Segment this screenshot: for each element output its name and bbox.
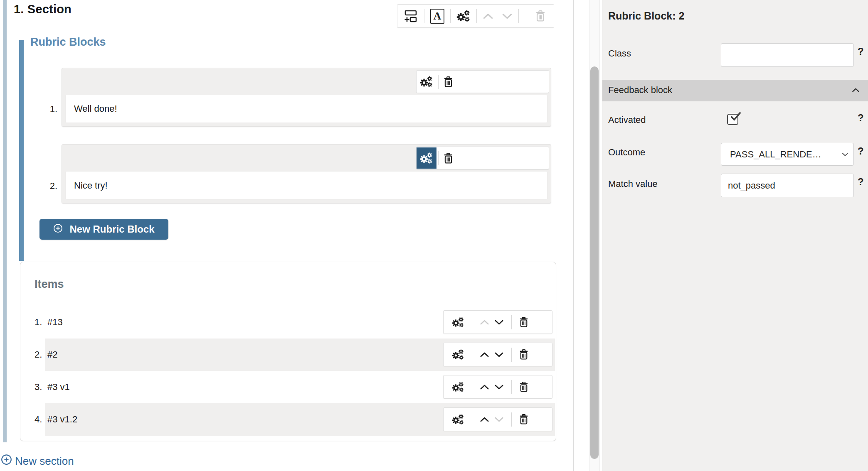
new-rubric-block-label: New Rubric Block <box>69 223 154 235</box>
item-label: #13 <box>47 317 63 328</box>
class-input[interactable] <box>721 43 854 67</box>
section-delete-button[interactable] <box>535 10 545 22</box>
item-settings-button[interactable] <box>452 414 464 425</box>
item-move-down-button[interactable] <box>494 384 504 390</box>
item-move-down-button[interactable] <box>494 352 504 358</box>
rubric-block-settings-button[interactable] <box>417 147 436 169</box>
toolbar-divider <box>511 380 512 394</box>
item-move-down-button[interactable] <box>494 319 504 325</box>
add-block-button[interactable] <box>403 10 418 22</box>
feedback-block-header[interactable]: Feedback block <box>602 80 868 101</box>
item-row[interactable]: 2. #2 <box>20 339 556 371</box>
section-move-down-button[interactable] <box>502 13 513 20</box>
item-label: #3 v1.2 <box>47 414 77 425</box>
rubric-block-number: 1. <box>42 104 57 115</box>
item-label: #2 <box>47 349 57 360</box>
toolbar-divider <box>450 9 451 23</box>
properties-panel: Rubric Block: 2 Class ? Feedback block A… <box>602 0 868 471</box>
rubric-block-text: Nice try! <box>74 180 108 191</box>
item-settings-button[interactable] <box>452 349 464 360</box>
feedback-block-label: Feedback block <box>608 85 672 96</box>
outcome-select[interactable]: PASS_ALL_RENDE… <box>721 143 854 166</box>
chevron-down-icon <box>494 352 504 358</box>
section-title: 1. Section <box>14 2 72 16</box>
item-move-down-button[interactable] <box>494 417 504 422</box>
gears-icon <box>456 10 471 22</box>
gears-icon <box>452 349 464 360</box>
chevron-up-icon <box>480 384 489 390</box>
item-delete-button[interactable] <box>519 382 528 392</box>
item-number: 2. <box>35 349 42 360</box>
item-settings-button[interactable] <box>452 317 464 328</box>
class-help[interactable]: ? <box>858 46 864 57</box>
section-move-up-button[interactable] <box>483 13 493 20</box>
item-move-up-button[interactable] <box>480 319 489 325</box>
rubric-block-toolbar <box>416 147 549 169</box>
item-number: 4. <box>35 414 42 425</box>
outcome-help[interactable]: ? <box>858 145 864 157</box>
item-row[interactable]: 3. #3 v1 <box>20 371 556 403</box>
text-block-button[interactable]: A <box>430 9 444 24</box>
chevron-down-icon <box>494 417 504 422</box>
rubric-block-text: Well done! <box>74 103 117 114</box>
item-move-up-button[interactable] <box>480 352 489 358</box>
item-number: 1. <box>35 317 42 328</box>
item-delete-button[interactable] <box>519 349 528 360</box>
trash-icon <box>444 153 453 164</box>
items-panel: Items 1. #13 2. #2 <box>20 262 556 441</box>
toolbar-divider <box>511 412 512 427</box>
item-row[interactable]: 4. #3 v1.2 <box>20 403 556 436</box>
trash-icon <box>444 76 453 87</box>
trash-icon <box>519 349 528 360</box>
new-section-button[interactable]: New section <box>1 454 74 468</box>
toolbar-divider <box>518 9 519 23</box>
item-toolbar <box>443 407 552 431</box>
rubric-block-content[interactable]: Well done! <box>65 95 547 123</box>
item-settings-button[interactable] <box>452 382 464 392</box>
item-delete-button[interactable] <box>519 317 528 327</box>
rubric-block-delete-button[interactable] <box>444 153 453 164</box>
match-value-help[interactable]: ? <box>858 176 864 188</box>
chevron-up-icon <box>483 13 493 20</box>
new-rubric-block-button[interactable]: New Rubric Block <box>39 219 168 240</box>
trash-icon <box>519 414 528 424</box>
items-heading: Items <box>35 278 64 291</box>
rubric-block-settings-button[interactable] <box>417 71 436 92</box>
checkmark-icon <box>729 112 741 124</box>
toolbar-divider <box>424 9 424 23</box>
trash-icon <box>535 10 545 22</box>
rubric-block: Well done! <box>62 68 551 127</box>
text-block-icon: A <box>430 9 444 24</box>
item-label: #3 v1 <box>47 382 70 392</box>
toolbar-divider <box>476 9 477 23</box>
activated-checkbox[interactable] <box>727 114 738 125</box>
match-value-input[interactable] <box>721 174 854 197</box>
chevron-down-icon <box>502 13 513 20</box>
toolbar-divider <box>472 412 472 427</box>
class-label: Class <box>608 48 631 59</box>
vertical-scrollbar-thumb[interactable] <box>590 66 599 459</box>
add-block-icon <box>403 10 418 22</box>
toolbar-divider <box>511 315 512 329</box>
item-row[interactable]: 1. #13 <box>20 306 556 339</box>
collapse-chevron-up-icon <box>852 87 860 94</box>
rubric-block-content[interactable]: Nice try! <box>65 171 547 200</box>
item-delete-button[interactable] <box>519 414 528 424</box>
trash-icon <box>519 317 528 327</box>
item-move-up-button[interactable] <box>480 384 489 390</box>
content-divider <box>573 0 574 471</box>
rubric-block-delete-button[interactable] <box>444 76 453 87</box>
plus-circle-icon <box>53 223 63 236</box>
section-settings-button[interactable] <box>456 10 471 22</box>
item-move-up-button[interactable] <box>480 417 489 422</box>
new-section-label: New section <box>15 455 74 468</box>
toolbar-divider <box>472 315 472 329</box>
chevron-down-icon <box>494 384 504 390</box>
item-toolbar <box>443 375 552 399</box>
rubric-block-toolbar <box>416 70 549 93</box>
toolbar-divider <box>438 151 439 165</box>
activated-help[interactable]: ? <box>858 112 864 124</box>
select-chevron-down-icon <box>842 151 848 158</box>
properties-panel-title: Rubric Block: 2 <box>608 10 684 22</box>
outcome-label: Outcome <box>608 147 645 158</box>
